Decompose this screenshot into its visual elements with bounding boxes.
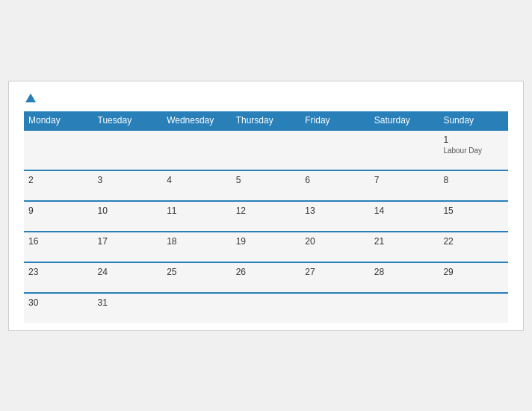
- day-header-monday: Monday: [24, 111, 93, 130]
- calendar-cell: [300, 130, 370, 170]
- day-number: 31: [98, 297, 158, 308]
- calendar-cell: [162, 130, 232, 170]
- calendar-week-row: 2345678: [24, 170, 508, 201]
- calendar-cell: 5: [232, 170, 301, 201]
- calendar-header: [24, 93, 508, 102]
- day-number: 16: [28, 236, 89, 247]
- calendar-table: MondayTuesdayWednesdayThursdayFridaySatu…: [24, 111, 508, 323]
- calendar-cell: [370, 293, 439, 323]
- calendar-cell: 24: [93, 262, 163, 293]
- calendar-cell: [370, 130, 439, 170]
- day-number: 28: [374, 267, 435, 277]
- day-number: 18: [167, 236, 227, 247]
- day-number: 6: [305, 175, 365, 185]
- calendar-cell: 19: [232, 232, 301, 262]
- day-number: 29: [443, 267, 504, 277]
- day-number: 1: [443, 135, 504, 145]
- day-header-sunday: Sunday: [439, 111, 508, 130]
- calendar-cell: 22: [439, 232, 508, 262]
- day-header-wednesday: Wednesday: [162, 111, 232, 130]
- day-header-thursday: Thursday: [232, 111, 301, 130]
- calendar-cell: 20: [300, 232, 370, 262]
- calendar-cell: 31: [93, 293, 163, 323]
- day-header-friday: Friday: [300, 111, 370, 130]
- calendar-cell: 15: [439, 201, 508, 232]
- calendar-week-row: 23242526272829: [24, 262, 508, 293]
- day-number: 5: [236, 175, 297, 185]
- day-header-saturday: Saturday: [370, 111, 439, 130]
- day-number: 30: [28, 297, 89, 308]
- day-number: 19: [236, 236, 297, 247]
- day-number: 10: [98, 206, 158, 216]
- calendar-cell: 4: [162, 170, 232, 201]
- calendar-week-row: 16171819202122: [24, 232, 508, 262]
- day-number: 25: [167, 267, 227, 277]
- day-number: 9: [28, 206, 89, 216]
- calendar-cell: 9: [24, 201, 93, 232]
- calendar-cell: 25: [162, 262, 232, 293]
- calendar-cell: 14: [370, 201, 439, 232]
- calendar-cell: 10: [93, 201, 163, 232]
- calendar-cell: 3: [93, 170, 163, 201]
- calendar-week-row: 1Labour Day: [24, 130, 508, 170]
- calendar-cell: 18: [162, 232, 232, 262]
- calendar-cell: 28: [370, 262, 439, 293]
- calendar-week-row: 3031: [24, 293, 508, 323]
- calendar-cell: 12: [232, 201, 301, 232]
- day-number: 3: [98, 175, 158, 185]
- calendar-cell: 30: [24, 293, 93, 323]
- calendar-cell: 29: [439, 262, 508, 293]
- calendar-cell: [24, 130, 93, 170]
- calendar-cell: 27: [300, 262, 370, 293]
- day-number: 27: [305, 267, 365, 277]
- calendar-cell: [93, 130, 163, 170]
- calendar-cell: 16: [24, 232, 93, 262]
- day-number: 26: [236, 267, 297, 277]
- day-header-tuesday: Tuesday: [93, 111, 163, 130]
- day-number: 13: [305, 206, 365, 216]
- day-number: 11: [167, 206, 227, 216]
- day-number: 24: [98, 267, 158, 277]
- calendar-cell: 13: [300, 201, 370, 232]
- day-number: 2: [28, 175, 89, 185]
- day-number: 8: [443, 175, 504, 185]
- days-header-row: MondayTuesdayWednesdayThursdayFridaySatu…: [24, 111, 508, 130]
- logo-triangle-icon: [25, 93, 36, 102]
- day-number: 12: [236, 206, 297, 216]
- day-number: 20: [305, 236, 365, 247]
- day-number: 23: [28, 267, 89, 277]
- day-number: 15: [443, 206, 504, 216]
- day-number: 14: [374, 206, 435, 216]
- calendar-cell: [439, 293, 508, 323]
- calendar-cell: [300, 293, 370, 323]
- day-number: 21: [374, 236, 435, 247]
- logo: [24, 93, 36, 102]
- calendar-week-row: 9101112131415: [24, 201, 508, 232]
- day-number: 17: [98, 236, 158, 247]
- calendar-container: MondayTuesdayWednesdayThursdayFridaySatu…: [8, 81, 524, 331]
- calendar-cell: 2: [24, 170, 93, 201]
- calendar-cell: 23: [24, 262, 93, 293]
- calendar-cell: 7: [370, 170, 439, 201]
- day-number: 22: [443, 236, 504, 247]
- calendar-cell: 26: [232, 262, 301, 293]
- calendar-cell: 21: [370, 232, 439, 262]
- calendar-cell: 17: [93, 232, 163, 262]
- calendar-cell: 6: [300, 170, 370, 201]
- calendar-cell: [232, 293, 301, 323]
- calendar-cell: 11: [162, 201, 232, 232]
- holiday-label: Labour Day: [443, 146, 504, 155]
- calendar-cell: 1Labour Day: [439, 130, 508, 170]
- day-number: 7: [374, 175, 435, 185]
- calendar-cell: 8: [439, 170, 508, 201]
- calendar-cell: [162, 293, 232, 323]
- day-number: 4: [167, 175, 227, 185]
- calendar-cell: [232, 130, 301, 170]
